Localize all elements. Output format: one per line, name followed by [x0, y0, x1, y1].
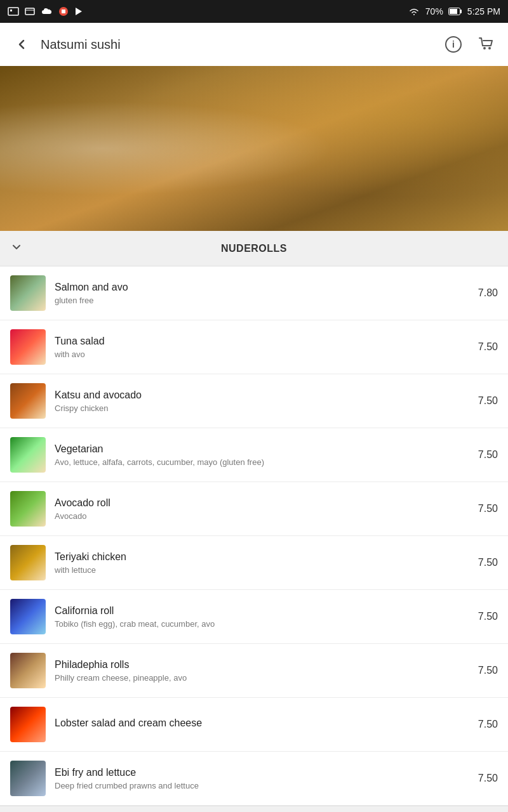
time-display: 5:25 PM [467, 6, 500, 16]
menu-list: Salmon and avo gluten free 7.80 Tuna sal… [0, 266, 508, 806]
item-content-lobster-salad: Lobster salad and cream cheese [55, 717, 471, 731]
wifi-icon [408, 6, 420, 16]
menu-item-lobster-salad[interactable]: Lobster salad and cream cheese 7.50 [0, 698, 508, 752]
item-desc-ebi-fry: Deep fried crumbed prawns and lettuce [55, 781, 471, 790]
item-name-tuna-salad: Tuna salad [55, 336, 471, 347]
nuderolls-section-header: NUDEROLLS [0, 231, 508, 266]
item-price-vegetarian: 7.50 [478, 449, 498, 461]
item-name-ebi-fry: Ebi fry and lettuce [55, 767, 471, 778]
battery-percentage: 70% [425, 6, 443, 16]
menu-item-philadelphia-rolls[interactable]: Philadephia rolls Philly cream cheese, p… [0, 644, 508, 698]
app-bar: Natsumi sushi i [0, 23, 508, 66]
nuderolls-title: NUDEROLLS [221, 243, 287, 254]
item-desc-teriyaki-chicken: with lettuce [55, 565, 471, 575]
svg-marker-6 [76, 8, 82, 15]
app-icon-1 [8, 6, 19, 16]
item-name-vegetarian: Vegetarian [55, 443, 471, 455]
svg-point-13 [488, 47, 491, 49]
menu-item-vegetarian[interactable]: Vegetarian Avo, lettuce, alfafa, carrots… [0, 428, 508, 482]
menu-item-katsu-avocado[interactable]: Katsu and avocado Crispy chicken 7.50 [0, 374, 508, 428]
thumbnail-avocado-roll [10, 491, 46, 527]
item-desc-philadelphia-rolls: Philly cream cheese, pineapple, avo [55, 673, 471, 683]
item-content-california-roll: California roll Tobiko (fish egg), crab … [55, 605, 471, 629]
status-bar: 70% 5:25 PM [0, 0, 508, 23]
menu-item-ebi-fry[interactable]: Ebi fry and lettuce Deep fried crumbed p… [0, 752, 508, 806]
item-content-tuna-salad: Tuna salad with avo [55, 336, 471, 359]
svg-rect-8 [450, 9, 457, 14]
stop-icon [58, 6, 69, 16]
item-content-katsu-avocado: Katsu and avocado Crispy chicken [55, 390, 471, 413]
hero-image [0, 66, 508, 231]
item-price-avocado-roll: 7.50 [478, 503, 498, 514]
item-content-avocado-roll: Avocado roll Avocado [55, 497, 471, 521]
item-name-california-roll: California roll [55, 605, 471, 617]
app-icon-2 [24, 6, 36, 16]
item-price-california-roll: 7.50 [478, 611, 498, 622]
svg-rect-9 [460, 10, 462, 13]
info-button[interactable]: i [442, 33, 465, 56]
battery-icon [448, 8, 462, 15]
item-desc-avocado-roll: Avocado [55, 511, 471, 521]
item-price-lobster-salad: 7.50 [478, 719, 498, 730]
thumbnail-katsu-avocado [10, 383, 46, 419]
menu-item-avocado-roll[interactable]: Avocado roll Avocado 7.50 [0, 482, 508, 536]
item-content-teriyaki-chicken: Teriyaki chicken with lettuce [55, 551, 471, 575]
menu-item-california-roll[interactable]: California roll Tobiko (fish egg), crab … [0, 590, 508, 644]
item-desc-tuna-salad: with avo [55, 350, 471, 359]
item-price-katsu-avocado: 7.50 [478, 395, 498, 407]
hero-sushi-visual [0, 66, 508, 231]
item-name-avocado-roll: Avocado roll [55, 497, 471, 509]
item-name-lobster-salad: Lobster salad and cream cheese [55, 717, 471, 729]
thumbnail-tuna-salad [10, 329, 46, 365]
item-price-philadelphia-rolls: 7.50 [478, 665, 498, 676]
back-button[interactable] [10, 33, 33, 56]
play-icon [74, 6, 84, 16]
svg-point-12 [483, 47, 486, 49]
svg-rect-1 [10, 10, 12, 11]
item-desc-california-roll: Tobiko (fish egg), crab meat, cucumber, … [55, 619, 471, 629]
thumbnail-vegetarian [10, 437, 46, 473]
item-price-teriyaki-chicken: 7.50 [478, 557, 498, 568]
menu-item-salmon-avo[interactable]: Salmon and avo gluten free 7.80 [0, 266, 508, 320]
app-bar-actions: i [442, 33, 498, 56]
svg-rect-0 [8, 8, 18, 15]
item-price-tuna-salad: 7.50 [478, 341, 498, 353]
cloud-icon [41, 6, 53, 16]
item-price-ebi-fry: 7.50 [478, 773, 498, 784]
item-content-philadelphia-rolls: Philadephia rolls Philly cream cheese, p… [55, 659, 471, 683]
thumbnail-teriyaki-chicken [10, 545, 46, 580]
thumbnail-philadelphia-rolls [10, 653, 46, 688]
svg-rect-2 [25, 8, 34, 15]
status-bar-right: 70% 5:25 PM [408, 6, 500, 16]
thumbnail-salmon-avo [10, 275, 46, 311]
cart-button[interactable] [475, 33, 498, 56]
item-content-ebi-fry: Ebi fry and lettuce Deep fried crumbed p… [55, 767, 471, 790]
nuderolls-chevron[interactable] [10, 240, 23, 256]
thumbnail-california-roll [10, 599, 46, 634]
svg-text:i: i [452, 39, 455, 49]
item-desc-katsu-avocado: Crispy chicken [55, 403, 471, 413]
app-bar-title: Natsumi sushi [33, 37, 442, 52]
item-name-philadelphia-rolls: Philadephia rolls [55, 659, 471, 671]
menu-item-teriyaki-chicken[interactable]: Teriyaki chicken with lettuce 7.50 [0, 536, 508, 590]
item-desc-vegetarian: Avo, lettuce, alfafa, carrots, cucumber,… [55, 457, 471, 467]
item-price-salmon-avo: 7.80 [478, 287, 498, 299]
status-bar-left [8, 6, 84, 16]
item-content-vegetarian: Vegetarian Avo, lettuce, alfafa, carrots… [55, 443, 471, 467]
item-name-salmon-avo: Salmon and avo [55, 282, 471, 293]
item-content-salmon-avo: Salmon and avo gluten free [55, 282, 471, 305]
item-name-teriyaki-chicken: Teriyaki chicken [55, 551, 471, 563]
item-name-katsu-avocado: Katsu and avocado [55, 390, 471, 401]
special-rolls-section-header: SPECIAL ROLLS [0, 806, 508, 812]
thumbnail-ebi-fry [10, 761, 46, 796]
menu-item-tuna-salad[interactable]: Tuna salad with avo 7.50 [0, 320, 508, 374]
svg-rect-5 [62, 10, 65, 13]
thumbnail-lobster-salad [10, 707, 46, 742]
item-desc-salmon-avo: gluten free [55, 296, 471, 305]
